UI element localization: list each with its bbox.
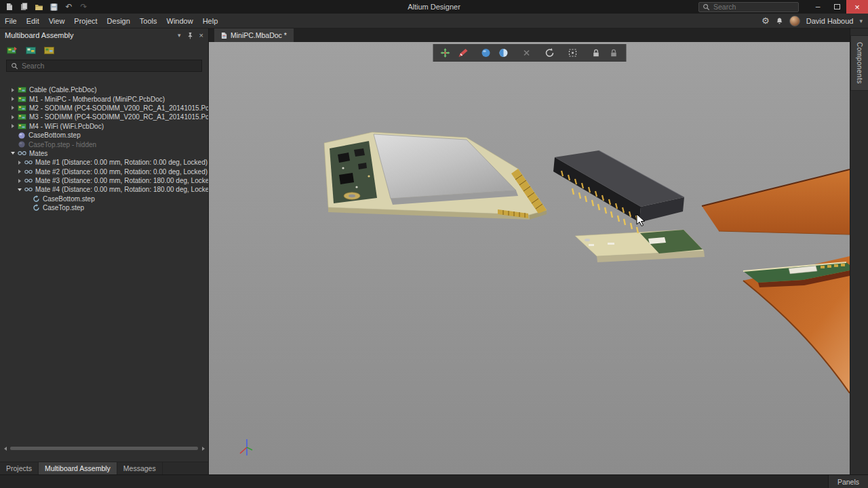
- menu-design[interactable]: Design: [102, 14, 135, 28]
- tab-messages[interactable]: Messages: [117, 462, 163, 474]
- move-mate-icon: [440, 47, 451, 58]
- menu-project[interactable]: Project: [69, 14, 102, 28]
- menu-view[interactable]: View: [44, 14, 70, 28]
- open-document-icon[interactable]: [19, 2, 29, 12]
- tree-item-mate-4[interactable]: Mate #4 (Distance: 0.00 mm, Rotation: 18…: [0, 185, 208, 194]
- panels-button[interactable]: Panels: [828, 475, 868, 488]
- pcb-yellow-icon[interactable]: [43, 45, 55, 56]
- tree-item-m2-sodimm[interactable]: M2 - SODIMM (PC4-SODIMM_V200_RC_A1_20141…: [0, 104, 208, 113]
- pcb-yellow-icon: [44, 46, 54, 55]
- tree-item-mate-3[interactable]: Mate #3 (Distance: 0.00 mm, Rotation: 18…: [0, 176, 208, 185]
- minimize-button[interactable]: –: [808, 0, 827, 14]
- tree-item-casebottom-step[interactable]: CaseBottom.step: [0, 131, 208, 140]
- close-button[interactable]: ×: [846, 0, 868, 14]
- tab-projects[interactable]: Projects: [0, 462, 39, 474]
- section-view-icon: [498, 47, 509, 58]
- tree-item-m1-motherboard[interactable]: M1 - MiniPC - Motherboard (MiniPC.PcbDoc…: [0, 94, 208, 103]
- tree-item-casetop-step-hidden[interactable]: CaseTop.step - hidden: [0, 140, 208, 148]
- document-tabbar: MiniPC.MbaDoc *: [209, 28, 850, 42]
- tree-item-mate-1[interactable]: Mate #1 (Distance: 0.00 mm, Rotation: 0.…: [0, 158, 208, 167]
- panel-horizontal-scrollbar[interactable]: [2, 445, 206, 452]
- expand-arrow-icon[interactable]: [9, 115, 16, 119]
- search-icon: [11, 62, 18, 70]
- notifications-bell-icon[interactable]: [776, 17, 783, 25]
- viewport-toolbar: [433, 44, 626, 62]
- rotate-icon: [545, 47, 555, 58]
- box-select-button[interactable]: [564, 45, 581, 60]
- mate-icon: [24, 160, 33, 165]
- menu-help[interactable]: Help: [198, 14, 223, 28]
- global-search[interactable]: [698, 2, 799, 12]
- mates-glasses-icon: [18, 150, 26, 156]
- settings-gear-icon[interactable]: ⚙: [762, 16, 770, 25]
- save-icon: [50, 3, 58, 11]
- new-document-icon: [6, 3, 13, 11]
- lock-button[interactable]: [587, 45, 604, 60]
- lock-alt-icon: [608, 48, 618, 58]
- panel-menu-caret-icon[interactable]: ▾: [178, 32, 181, 39]
- panel-pin-icon[interactable]: [187, 32, 193, 39]
- panel-search-input[interactable]: [22, 62, 197, 70]
- scroll-left-arrow-icon[interactable]: [2, 445, 8, 451]
- statusbar: Panels: [0, 474, 868, 488]
- tree-item-cable[interactable]: Cable (Cable.PcbDoc): [0, 85, 208, 94]
- connector-assembly-3d[interactable]: [553, 150, 705, 262]
- expand-arrow-icon[interactable]: [16, 169, 23, 174]
- tab-multiboard-assembly[interactable]: Multiboard Assembly: [39, 462, 117, 474]
- menu-file[interactable]: File: [0, 14, 22, 28]
- orbit-sphere-button[interactable]: [477, 45, 494, 60]
- pcb-teal-icon[interactable]: [24, 45, 37, 56]
- expand-arrow-icon[interactable]: [16, 161, 23, 165]
- expand-arrow-icon[interactable]: [9, 106, 16, 110]
- pcb-green-icon[interactable]: [6, 45, 18, 56]
- panel-title: Multiboard Assembly: [5, 31, 74, 39]
- viewport-3d[interactable]: [209, 42, 850, 474]
- components-tab-label: Components: [856, 42, 863, 84]
- app-titlebar: ↶ ↷ Altium Designer – ×: [0, 0, 868, 14]
- undo-icon[interactable]: ↶: [64, 2, 74, 12]
- components-panel-tab[interactable]: Components: [850, 35, 868, 91]
- user-name[interactable]: David Haboud: [806, 17, 854, 25]
- scroll-right-arrow-icon[interactable]: [200, 445, 206, 451]
- move-mate-button[interactable]: [437, 45, 454, 60]
- tree-item-mate-2[interactable]: Mate #2 (Distance: 0.00 mm, Rotation: 0.…: [0, 167, 208, 176]
- panel-search[interactable]: [6, 60, 202, 72]
- document-tab-minipc-mbadoc[interactable]: MiniPC.MbaDoc *: [214, 28, 294, 42]
- tree-item-m4-wifi[interactable]: M4 - WiFi (WiFi.PcbDoc): [0, 122, 208, 131]
- expand-arrow-icon[interactable]: [9, 124, 16, 128]
- new-document-icon[interactable]: [4, 2, 14, 12]
- collapse-arrow-icon[interactable]: [9, 152, 16, 155]
- user-avatar[interactable]: [789, 16, 800, 26]
- expand-arrow-icon[interactable]: [9, 97, 16, 101]
- expand-arrow-icon[interactable]: [16, 179, 23, 183]
- copper-flex-ribbon-3d[interactable]: [702, 169, 850, 235]
- maximize-button[interactable]: [827, 0, 846, 14]
- delete-x-icon: [522, 48, 532, 58]
- delete-button[interactable]: [518, 45, 535, 60]
- menu-tools[interactable]: Tools: [135, 14, 162, 28]
- menu-edit[interactable]: Edit: [22, 14, 44, 28]
- measure-button[interactable]: [454, 45, 471, 60]
- wifi-card-3d[interactable]: [324, 132, 547, 220]
- rotate-button[interactable]: [541, 45, 558, 60]
- user-caret-down-icon[interactable]: ▾: [859, 18, 863, 24]
- section-view-button[interactable]: [495, 45, 512, 60]
- scrollbar-thumb[interactable]: [10, 447, 198, 450]
- redo-icon[interactable]: ↷: [79, 2, 89, 12]
- save-icon[interactable]: [49, 2, 59, 12]
- collapse-arrow-icon[interactable]: [16, 188, 23, 191]
- open-folder-icon[interactable]: [34, 2, 44, 12]
- tree-item-mate-4-casetop-step[interactable]: CaseTop.step: [0, 203, 208, 212]
- tree-item-mates[interactable]: Mates: [0, 149, 208, 158]
- lock-all-button[interactable]: [605, 45, 622, 60]
- global-search-input[interactable]: [713, 3, 795, 11]
- panel-close-icon[interactable]: ×: [199, 31, 203, 39]
- multiboard-assembly-panel: Multiboard Assembly ▾ ×: [0, 28, 209, 474]
- pcb-board-icon: [18, 123, 26, 130]
- menu-window[interactable]: Window: [162, 14, 198, 28]
- tree-item-m3-sodimm[interactable]: M3 - SODIMM (PC4-SODIMM_V200_RC_A1_20141…: [0, 113, 208, 121]
- panel-toolbar: [0, 42, 208, 58]
- expand-arrow-icon[interactable]: [9, 88, 16, 92]
- tree-item-mate-4-casebottom-step[interactable]: CaseBottom.step: [0, 195, 208, 203]
- lock-icon: [591, 48, 601, 58]
